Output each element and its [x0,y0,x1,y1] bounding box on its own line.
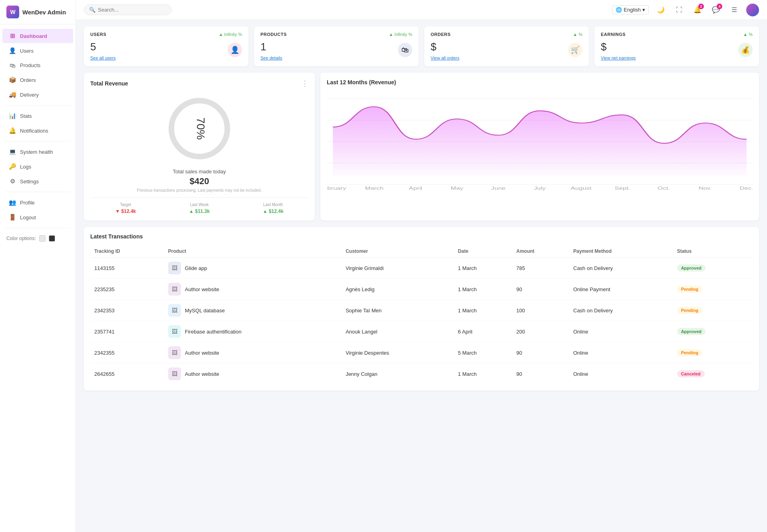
sidebar-label-logs: Logs [20,164,31,170]
sidebar-item-users[interactable]: 👤 Users [2,44,73,58]
color-options: Color options: [0,231,76,246]
menu-button[interactable]: ☰ [728,4,741,16]
product-name: Author website [185,350,219,356]
sidebar-item-settings[interactable]: ⚙ Settings [2,174,73,189]
nav-divider-4 [5,192,71,192]
tracking-id: 2642655 [90,363,164,385]
tracking-id: 2357741 [90,321,164,342]
search-input[interactable] [98,7,162,13]
transaction-status: Pending [673,279,753,300]
table-row: 2342353 🖼 MySQL database Sophie Taï Men … [90,300,753,321]
svg-text:70%: 70% [195,117,207,140]
sidebar-item-products[interactable]: 🛍 Products [2,58,73,72]
main-content: 🔍 🌐 English ▾ 🌙 ⛶ 🔔 2 💬 4 ☰ [76,0,767,532]
customer-name: Sophie Taï Men [342,300,454,321]
col-header-customer: Customer [342,245,454,258]
tracking-id: 2342355 [90,342,164,363]
area-chart-svg: FebruaryMarchAprilMayJuneJulyAugustSept.… [327,90,753,210]
sidebar-item-profile[interactable]: 👥 Profile [2,195,73,210]
stat-link-1[interactable]: See details [260,56,282,60]
donut-chart: 70% [163,93,235,165]
transaction-status: Canceled [673,363,753,385]
fullscreen-button[interactable]: ⛶ [673,4,686,16]
more-options-icon[interactable]: ⋮ [301,79,308,88]
dark-mode-toggle[interactable]: 🌙 [654,4,667,16]
month-label-Nov.: Nov. [699,185,712,191]
area-chart: FebruaryMarchAprilMayJuneJulyAugustSept.… [327,90,753,210]
stat-icon-2: 🛒 [568,43,582,57]
table-row: 1143155 🖼 Glide app Virginie Grimaldi 1 … [90,258,753,279]
transaction-date: 1 March [454,300,512,321]
sidebar-label-stats: Stats [20,113,32,119]
app-title: WenDev Admin [22,9,66,16]
stat-icon-3: 💰 [738,43,753,57]
sidebar-item-orders[interactable]: 📦 Orders [2,73,73,87]
product-thumbnail: 🖼 [168,283,181,296]
header-right: 🌐 English ▾ 🌙 ⛶ 🔔 2 💬 4 ☰ [612,4,759,16]
notifications-button[interactable]: 🔔 2 [691,4,704,16]
product-thumbnail: 🖼 [168,262,181,274]
tracking-id: 2342353 [90,300,164,321]
sidebar-item-logout[interactable]: 🚪 Logout [2,210,73,224]
stat-trend-0: ▲ Infinity % [219,32,242,37]
donut-stats: Target ▼ $12.4k Last Week ▲ $11.3k Last … [90,197,308,214]
transactions-table: Tracking IDProductCustomerDateAmountPaym… [90,245,753,384]
product-cell: 🖼 Author website [164,279,342,300]
stat-value-3: $ [601,41,636,53]
col-header-product: Product [164,245,342,258]
stat-header-0: USERS ▲ Infinity % [90,32,242,37]
month-label-July: July [534,185,546,191]
language-selector[interactable]: 🌐 English ▾ [612,5,649,14]
transaction-date: 1 March [454,363,512,385]
month-label-Sept.: Sept. [615,185,630,191]
status-badge: Pending [677,349,702,356]
sidebar-label-delivery: Delivery [20,92,39,98]
stat-icon-1: 🛍 [398,43,412,57]
transaction-date: 6 April [454,321,512,342]
customer-name: Virginie Despentes [342,342,454,363]
stat-link-0[interactable]: See all users [90,56,116,60]
sidebar-item-logs[interactable]: 🔑 Logs [2,159,73,174]
user-avatar[interactable] [746,4,759,16]
search-bar[interactable]: 🔍 [84,4,172,15]
stat-link-2[interactable]: View all orders [431,56,459,60]
tracking-id: 2235235 [90,279,164,300]
transaction-status: Pending [673,300,753,321]
donut-amount: $420 [90,176,308,187]
stats-row: USERS ▲ Infinity % 5 See all users 👤 PRO… [84,26,759,66]
payment-method: Online Payment [569,279,673,300]
transaction-status: Approved [673,321,753,342]
nav-divider-1 [5,228,71,228]
col-header-payment-method: Payment Method [569,245,673,258]
month-label-April: April [409,185,422,191]
messages-button[interactable]: 💬 4 [709,4,722,16]
color-swatch-light[interactable] [39,235,46,242]
sidebar-item-stats[interactable]: 📊 Stats [2,109,73,123]
sidebar-item-notifications[interactable]: 🔔 Notifications [2,123,73,138]
transaction-amount: 90 [512,363,569,385]
sidebar-item-dashboard[interactable]: ⊞ Dashboard [2,29,73,43]
orders-icon: 📦 [9,76,16,83]
message-badge: 4 [717,4,722,9]
sidebar-item-delivery[interactable]: 🚚 Delivery [2,87,73,102]
product-name: Glide app [185,265,207,271]
page-content: USERS ▲ Infinity % 5 See all users 👤 PRO… [76,20,767,532]
color-swatch-dark[interactable] [49,235,55,242]
chevron-down-icon: ▾ [642,7,645,13]
target-stat: Target ▼ $12.4k [90,202,161,214]
table-row: 2642655 🖼 Author website Jenny Colgan 1 … [90,363,753,385]
col-header-tracking-id: Tracking ID [90,245,164,258]
total-revenue-title: Total Revenue [90,80,128,87]
sidebar-item-system-health[interactable]: 💻 System health [2,145,73,159]
product-cell: 🖼 Glide app [164,258,342,279]
col-header-date: Date [454,245,512,258]
sidebar-label-profile: Profile [20,200,35,206]
total-revenue-card: Total Revenue ⋮ 70% [84,73,315,220]
stat-value-2: $ [431,41,459,53]
payment-method: Online [569,342,673,363]
stat-card-orders: ORDERS ▲ % $ View all orders 🛒 [424,26,589,66]
stat-link-3[interactable]: View net earnings [601,56,636,60]
month-label-August: August [570,185,591,191]
transaction-amount: 100 [512,300,569,321]
month-label-June: June [491,185,505,191]
